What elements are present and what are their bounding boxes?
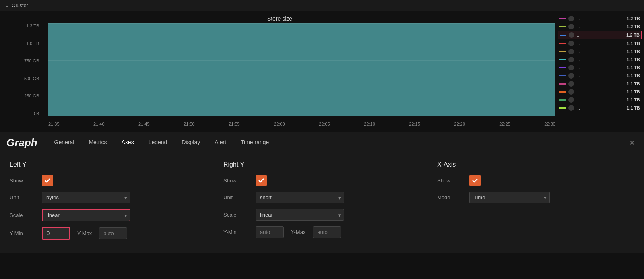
x-label-1: 21:40 — [93, 122, 105, 126]
panel-section: Graph GeneralMetricsAxesLegendDisplayAle… — [0, 132, 644, 253]
close-button[interactable]: × — [626, 138, 638, 147]
y-label-5: 0 B — [33, 111, 39, 116]
right-y-ymax-input[interactable] — [313, 226, 341, 238]
divider-right-x — [429, 161, 429, 245]
y-axis-labels: 1.3 TB 1.0 TB 750 GB 500 GB 250 GB 0 B — [24, 23, 41, 116]
legend-avatar — [568, 89, 574, 95]
left-y-show-checkbox[interactable] — [42, 175, 53, 186]
left-y-show-row: Show — [10, 175, 191, 186]
x-axis-mode-select[interactable]: TimeSeriesHistogram — [469, 192, 550, 203]
legend-color-swatch — [559, 83, 566, 85]
legend-avatar — [569, 32, 574, 38]
legend-value: 1.1 TB — [627, 41, 640, 46]
tab-time-range[interactable]: Time range — [233, 136, 276, 149]
x-label-3: 21:50 — [184, 122, 195, 126]
left-y-unit-row: Unit bytesshortnonepercent (0-100)percen… — [10, 192, 191, 203]
right-y-scale-wrapper: linearlog — [256, 209, 344, 221]
legend-item[interactable]: ...1.1 TB — [558, 88, 642, 96]
legend-name: ... — [576, 89, 624, 94]
y-label-1: 1.0 TB — [26, 41, 39, 46]
tab-legend[interactable]: Legend — [141, 136, 175, 149]
legend-avatar — [568, 105, 574, 111]
legend-item[interactable]: ...1.1 TB — [558, 80, 642, 88]
legend-color-swatch — [559, 107, 566, 109]
right-y-unit-label: Unit — [223, 194, 252, 200]
legend-color-swatch — [559, 51, 566, 52]
chart-title: Store size — [24, 15, 535, 22]
legend-item[interactable]: ...1.1 TB — [558, 104, 642, 112]
right-y-unit-wrapper: bytesshortnone — [256, 192, 344, 203]
x-label-6: 22:05 — [319, 122, 330, 126]
left-y-ymin-input[interactable] — [42, 227, 70, 240]
legend-color-swatch — [559, 43, 566, 44]
legend-value: 1.1 TB — [627, 73, 640, 78]
tab-axes[interactable]: Axes — [114, 136, 141, 149]
legend-avatar — [568, 41, 574, 46]
y-label-2: 750 GB — [24, 58, 39, 63]
x-axis-mode-row: Mode TimeSeriesHistogram — [437, 192, 618, 203]
right-y-unit-row: Unit bytesshortnone — [223, 192, 405, 203]
left-y-ymax-input[interactable] — [99, 227, 127, 239]
tab-general[interactable]: General — [47, 136, 82, 149]
legend-value: 1.1 TB — [627, 105, 640, 110]
right-y-show-checkbox[interactable] — [256, 175, 267, 186]
legend-color-swatch — [559, 26, 566, 27]
x-label-10: 22:25 — [499, 122, 510, 126]
legend-value: 1.1 TB — [627, 97, 640, 102]
legend-color-swatch — [559, 67, 566, 68]
x-axis-group: X-Axis Show Mode TimeSeriesHistogram — [437, 161, 634, 245]
left-y-scale-select[interactable]: linearlog — [42, 209, 130, 221]
right-y-title: Right Y — [223, 161, 405, 168]
legend-item[interactable]: ...1.1 TB — [558, 96, 642, 104]
left-y-ymin-label: Y-Min — [10, 230, 38, 236]
legend-avatar — [568, 65, 574, 70]
legend-item[interactable]: ...1.2 TB — [558, 23, 642, 31]
legend-item[interactable]: ...1.1 TB — [558, 64, 642, 72]
x-axis-labels: 21:35 21:40 21:45 21:50 21:55 22:00 22:0… — [48, 120, 555, 126]
legend-name: ... — [576, 16, 624, 21]
right-y-unit-select[interactable]: bytesshortnone — [256, 192, 344, 203]
legend-color-swatch — [559, 59, 566, 60]
chart-section: Store size 1.3 TB 1.0 TB 750 GB 500 GB 2… — [0, 11, 644, 132]
x-label-5: 22:00 — [274, 122, 285, 126]
x-axis-show-checkbox[interactable] — [469, 175, 481, 186]
cluster-header: ⌄ Cluster — [0, 0, 644, 11]
legend-item[interactable]: ...1.1 TB — [558, 39, 642, 48]
x-label-11: 22:30 — [544, 122, 555, 126]
legend-avatar — [568, 81, 574, 87]
right-y-scale-row: Scale linearlog — [223, 209, 405, 221]
right-y-ymin-input[interactable] — [256, 226, 284, 238]
legend-name: ... — [576, 49, 624, 54]
y-label-0: 1.3 TB — [26, 23, 39, 28]
right-y-scale-select[interactable]: linearlog — [256, 209, 344, 221]
x-label-9: 22:20 — [454, 122, 465, 126]
left-y-scale-wrapper: linearlog — [42, 209, 130, 221]
legend-avatar — [568, 24, 574, 29]
panel-title: Graph — [6, 136, 37, 149]
x-label-8: 22:15 — [409, 122, 420, 126]
legend-avatar — [568, 57, 574, 62]
legend-item[interactable]: ...1.2 TB — [558, 31, 642, 39]
legend-color-swatch — [559, 18, 566, 19]
tab-alert[interactable]: Alert — [207, 136, 233, 149]
legend-sidebar: ...1.2 TB...1.2 TB...1.2 TB...1.1 TB...1… — [555, 11, 644, 132]
legend-name: ... — [576, 73, 624, 78]
right-y-show-row: Show — [223, 175, 405, 186]
legend-item[interactable]: ...1.1 TB — [558, 72, 642, 80]
tab-metrics[interactable]: Metrics — [81, 136, 114, 149]
x-label-4: 21:55 — [229, 122, 240, 126]
x-axis-mode-wrapper: TimeSeriesHistogram — [469, 192, 550, 203]
legend-item[interactable]: ...1.2 TB — [558, 14, 642, 23]
left-y-show-label: Show — [10, 178, 38, 184]
legend-name: ... — [576, 97, 624, 102]
right-y-minmax-row: Y-Min Y-Max — [223, 226, 405, 238]
x-axis-mode-label: Mode — [437, 194, 465, 200]
tab-list: GeneralMetricsAxesLegendDisplayAlertTime… — [47, 136, 627, 149]
legend-name: ... — [576, 65, 624, 70]
tab-display[interactable]: Display — [174, 136, 207, 149]
legend-item[interactable]: ...1.1 TB — [558, 56, 642, 64]
right-y-scale-label: Scale — [223, 212, 252, 218]
legend-item[interactable]: ...1.1 TB — [558, 48, 642, 56]
left-y-unit-select[interactable]: bytesshortnonepercent (0-100)percent (0.… — [42, 192, 130, 203]
legend-avatar — [568, 49, 574, 54]
